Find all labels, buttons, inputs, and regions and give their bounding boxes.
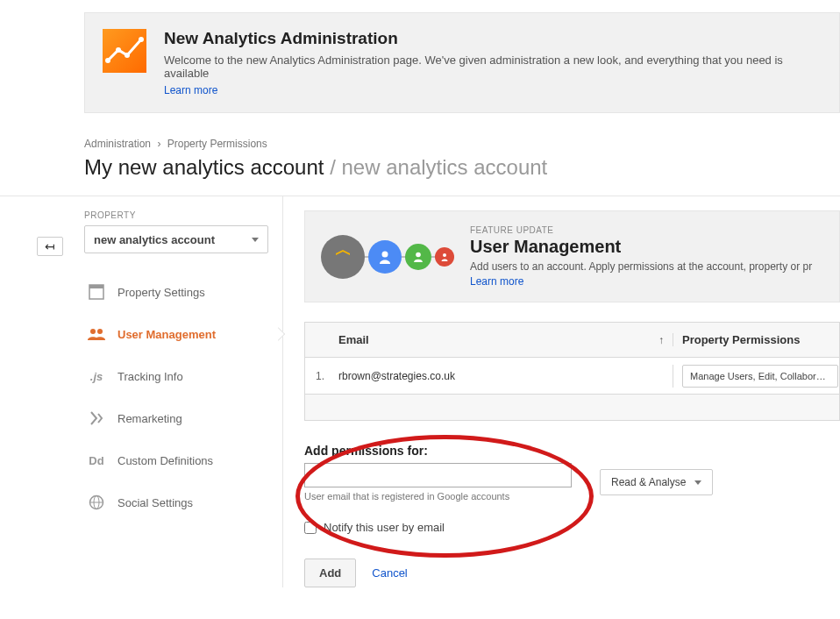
sidebar-item-remarketing[interactable]: Remarketing bbox=[84, 397, 282, 439]
sidebar-item-social-settings[interactable]: Social Settings bbox=[84, 481, 282, 523]
breadcrumb-root[interactable]: Administration bbox=[84, 138, 151, 150]
sidebar-item-label: Remarketing bbox=[117, 412, 182, 425]
breadcrumb: Administration › Property Permissions bbox=[84, 138, 840, 150]
table-footer bbox=[304, 395, 840, 421]
page-title-main: My new analytics account bbox=[84, 155, 324, 179]
svg-point-3 bbox=[139, 37, 144, 42]
breadcrumb-separator: › bbox=[157, 138, 160, 150]
svg-point-7 bbox=[97, 329, 103, 334]
sidebar-item-label: Tracking Info bbox=[117, 370, 183, 383]
notify-user-checkbox[interactable] bbox=[304, 522, 317, 534]
custom-definitions-icon: Dd bbox=[88, 452, 105, 469]
feature-update-label: FEATURE UPDATE bbox=[470, 225, 812, 235]
svg-point-11 bbox=[382, 251, 388, 257]
sort-ascending-icon: ↑ bbox=[658, 334, 664, 346]
svg-rect-5 bbox=[89, 285, 103, 288]
sidebar-collapse-button[interactable]: ↤ bbox=[37, 237, 63, 256]
svg-point-0 bbox=[105, 58, 110, 63]
chevron-down-icon bbox=[252, 238, 259, 242]
page-title-sub: new analytics account bbox=[341, 155, 547, 179]
remarketing-icon bbox=[88, 409, 105, 427]
property-settings-icon bbox=[88, 283, 105, 301]
new-admin-banner: New Analytics Administration Welcome to … bbox=[84, 12, 840, 113]
svg-point-1 bbox=[116, 47, 121, 53]
column-header-permissions[interactable]: Property Permissions bbox=[673, 333, 839, 346]
feature-update-title: User Management bbox=[470, 237, 812, 257]
add-permissions-section: Add permissions for: User email that is … bbox=[304, 444, 840, 587]
feature-update-banner: FEATURE UPDATE User Management Add users… bbox=[304, 210, 840, 302]
sidebar-item-user-management[interactable]: User Management bbox=[84, 313, 282, 355]
banner-description: Welcome to the new Analytics Administrat… bbox=[164, 53, 822, 80]
sidebar-item-label: Social Settings bbox=[117, 496, 193, 509]
svg-point-2 bbox=[125, 53, 130, 58]
banner-title: New Analytics Administration bbox=[164, 29, 822, 48]
users-icon bbox=[88, 325, 105, 343]
sidebar-item-custom-definitions[interactable]: Dd Custom Definitions bbox=[84, 439, 282, 481]
table-header: Email ↑ Property Permissions bbox=[305, 323, 839, 358]
user-hierarchy-icon bbox=[321, 225, 454, 288]
user-email-input[interactable] bbox=[304, 463, 572, 487]
breadcrumb-current: Property Permissions bbox=[167, 138, 267, 150]
users-table: Email ↑ Property Permissions 1. rbrown@s… bbox=[304, 322, 840, 395]
add-button[interactable]: Add bbox=[304, 559, 356, 587]
page-title: My new analytics account / new analytics… bbox=[84, 155, 840, 180]
permission-level-dropdown[interactable]: Read & Analyse bbox=[600, 469, 713, 495]
row-permissions-dropdown[interactable]: Manage Users, Edit, Collaborate, Rea bbox=[682, 365, 838, 388]
sidebar: ↤ PROPERTY new analytics account Propert… bbox=[0, 196, 283, 587]
main-content: FEATURE UPDATE User Management Add users… bbox=[283, 196, 840, 587]
feature-update-description: Add users to an account. Apply permissio… bbox=[470, 260, 812, 273]
cancel-link[interactable]: Cancel bbox=[372, 566, 407, 580]
user-email-hint: User email that is registered in Google … bbox=[304, 491, 572, 502]
row-email: rbrown@strategies.co.uk bbox=[330, 370, 673, 382]
property-selector[interactable]: new analytics account bbox=[84, 225, 268, 253]
globe-icon bbox=[88, 494, 105, 511]
sidebar-item-label: Custom Definitions bbox=[117, 454, 213, 467]
property-selector-value: new analytics account bbox=[94, 233, 215, 246]
row-index: 1. bbox=[305, 370, 330, 382]
chevron-down-icon bbox=[694, 480, 701, 485]
sidebar-item-property-settings[interactable]: Property Settings bbox=[84, 271, 282, 313]
svg-point-6 bbox=[90, 329, 96, 334]
tracking-icon: .js bbox=[88, 367, 105, 385]
notify-user-checkbox-row[interactable]: Notify this user by email bbox=[304, 521, 840, 534]
notify-user-label: Notify this user by email bbox=[324, 521, 445, 534]
add-permissions-title: Add permissions for: bbox=[304, 444, 840, 458]
sidebar-item-label: User Management bbox=[117, 328, 216, 341]
table-row: 1. rbrown@strategies.co.uk Manage Users,… bbox=[305, 358, 839, 395]
svg-point-13 bbox=[443, 253, 446, 257]
permission-level-value: Read & Analyse bbox=[611, 476, 686, 488]
sidebar-item-label: Property Settings bbox=[117, 286, 205, 299]
property-label: PROPERTY bbox=[84, 210, 282, 220]
column-header-email[interactable]: Email ↑ bbox=[330, 333, 673, 346]
analytics-logo-icon bbox=[103, 29, 146, 73]
svg-point-12 bbox=[416, 252, 421, 257]
sidebar-item-tracking-info[interactable]: .js Tracking Info bbox=[84, 355, 282, 397]
banner-learn-more-link[interactable]: Learn more bbox=[164, 84, 217, 96]
feature-learn-more-link[interactable]: Learn more bbox=[470, 275, 523, 288]
